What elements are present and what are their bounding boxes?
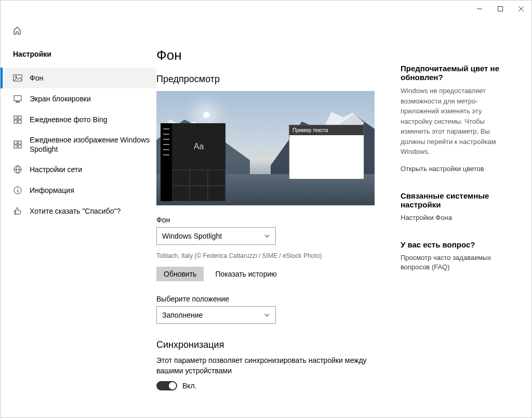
show-history-button[interactable]: Показать историю <box>208 267 284 281</box>
right-block-color: Предпочитаемый цвет не обновлен? Windows… <box>401 64 515 174</box>
button-row: Обновить Показать историю <box>156 267 385 281</box>
nav-label: Информация <box>30 186 156 195</box>
svg-rect-10 <box>14 120 17 123</box>
svg-rect-11 <box>18 120 21 123</box>
right-heading: Связанные системные настройки <box>401 191 515 209</box>
home-icon <box>13 27 21 35</box>
sync-toggle[interactable] <box>156 381 177 390</box>
info-icon <box>13 186 22 195</box>
svg-rect-8 <box>14 116 17 119</box>
svg-rect-6 <box>14 96 21 101</box>
body: Настройки Фон Экран блокировки Ежедневно… <box>1 17 531 417</box>
sync-toggle-row: Вкл. <box>156 381 385 390</box>
sync-description: Этот параметр позволяет синхронизировать… <box>156 356 385 376</box>
nav-item-spotlight[interactable]: Ежедневное изображение Windows Spotlight <box>1 130 156 159</box>
nav-label: Ежедневное фото Bing <box>30 115 156 124</box>
faq-link[interactable]: Просмотр часто задаваемых вопросов (FAQ) <box>401 253 515 272</box>
svg-rect-13 <box>18 141 21 144</box>
image-credit: Toblach, Italy (© Federica Cattaruzzi / … <box>156 252 385 259</box>
nav-item-thanks[interactable]: Хотите сказать "Спасибо"? <box>1 201 156 221</box>
chevron-down-icon <box>264 312 270 318</box>
sync-toggle-label: Вкл. <box>182 382 197 390</box>
nav-item-info[interactable]: Информация <box>1 180 156 201</box>
main-content: Фон Предпросмотр Aa <box>156 17 531 417</box>
right-block-related: Связанные системные настройки Настройки … <box>401 191 515 223</box>
sidebar: Настройки Фон Экран блокировки Ежедневно… <box>1 17 156 417</box>
nav-label: Фон <box>30 73 156 83</box>
preview-heading: Предпросмотр <box>156 74 385 85</box>
nav-label: Хотите сказать "Спасибо"? <box>30 206 156 216</box>
content-column: Фон Предпросмотр Aa <box>156 22 385 407</box>
nav-item-lockscreen[interactable]: Экран блокировки <box>1 88 156 109</box>
background-label: Фон <box>156 216 385 224</box>
preview-startmenu: Aa <box>161 123 225 201</box>
preview-startmenu-rail <box>161 123 172 201</box>
picture-icon <box>13 73 22 83</box>
svg-rect-12 <box>14 141 17 144</box>
page-title: Фон <box>156 47 385 63</box>
svg-point-20 <box>17 188 18 189</box>
titlebar <box>1 1 531 17</box>
nav-item-background[interactable]: Фон <box>1 68 156 88</box>
maximize-button[interactable] <box>490 1 511 17</box>
nav-label: Настройки сети <box>30 165 156 174</box>
svg-rect-7 <box>16 101 19 102</box>
nav-label: Экран блокировки <box>30 94 156 103</box>
grid-icon <box>13 115 22 124</box>
background-dropdown[interactable]: Windows Spotlight <box>156 227 276 245</box>
lockscreen-icon <box>13 94 22 103</box>
right-panel: Предпочитаемый цвет не обновлен? Windows… <box>401 22 515 407</box>
position-dropdown[interactable]: Заполнение <box>156 306 276 324</box>
thumbs-up-icon <box>13 206 22 216</box>
position-label: Выберите положение <box>156 295 385 303</box>
minimize-button[interactable] <box>469 1 490 17</box>
background-value: Windows Spotlight <box>162 232 222 240</box>
svg-rect-9 <box>18 116 21 119</box>
background-settings-link[interactable]: Настройки Фона <box>401 213 515 223</box>
settings-heading: Настройки <box>1 41 156 68</box>
sync-heading: Синхронизация <box>156 339 385 350</box>
nav-label: Ежедневное изображение Windows Spotlight <box>30 135 156 154</box>
open-color-settings-link[interactable]: Открыть настройки цветов <box>401 164 515 174</box>
svg-rect-14 <box>14 145 17 148</box>
home-button[interactable] <box>1 22 156 41</box>
svg-point-5 <box>16 76 17 78</box>
right-text: Windows не предоставляет возможности для… <box>401 86 515 157</box>
close-button[interactable] <box>511 1 531 17</box>
nav-item-bing[interactable]: Ежедневное фото Bing <box>1 109 156 130</box>
settings-window: Настройки Фон Экран блокировки Ежедневно… <box>0 0 532 418</box>
nav-item-network[interactable]: Настройки сети <box>1 159 156 180</box>
svg-rect-15 <box>18 145 21 148</box>
preview-sample-window: Пример текста <box>289 125 364 179</box>
right-heading: Предпочитаемый цвет не обновлен? <box>401 64 515 82</box>
chevron-down-icon <box>264 233 270 239</box>
right-block-faq: У вас есть вопрос? Просмотр часто задава… <box>401 240 515 272</box>
desktop-preview: Aa Пример текста <box>156 91 375 205</box>
preview-aa-label: Aa <box>172 123 225 170</box>
sync-section: Синхронизация Этот параметр позволяет си… <box>156 339 385 390</box>
right-heading: У вас есть вопрос? <box>401 240 515 249</box>
preview-sun <box>203 112 209 118</box>
refresh-button[interactable]: Обновить <box>156 267 204 281</box>
globe-icon <box>13 165 22 174</box>
position-value: Заполнение <box>162 311 203 319</box>
svg-rect-1 <box>498 7 503 11</box>
preview-sample-title: Пример текста <box>289 125 364 135</box>
grid-icon <box>13 140 22 149</box>
preview-startmenu-tiles: Aa <box>172 123 225 201</box>
